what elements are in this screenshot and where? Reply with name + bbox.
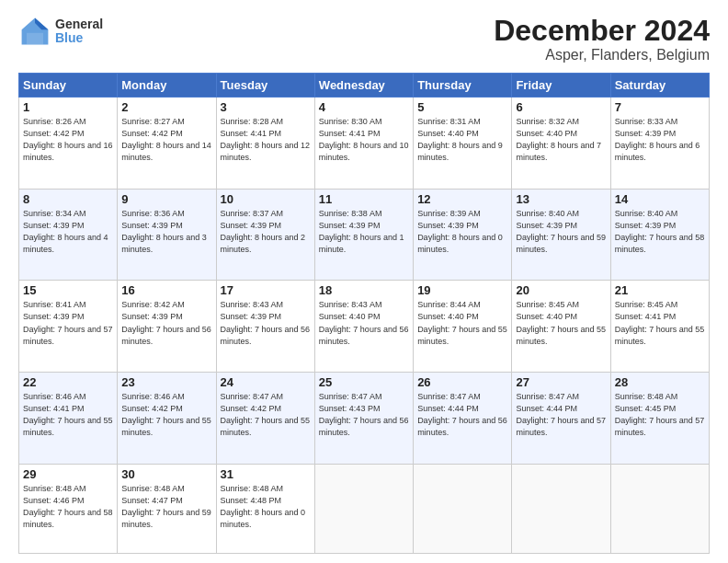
daylight-label: Daylight: 7 hours and 58 minutes. [23, 508, 113, 529]
table-row: 28 Sunrise: 8:48 AM Sunset: 4:45 PM Dayl… [610, 373, 709, 465]
day-info: Sunrise: 8:32 AM Sunset: 4:40 PM Dayligh… [516, 116, 606, 164]
sunrise-label: Sunrise: 8:33 AM [615, 117, 678, 126]
svg-rect-2 [27, 33, 43, 45]
day-info: Sunrise: 8:45 AM Sunset: 4:41 PM Dayligh… [615, 299, 705, 347]
sunset-label: Sunset: 4:39 PM [23, 312, 85, 321]
day-number: 22 [23, 375, 113, 389]
sunset-label: Sunset: 4:39 PM [121, 221, 183, 230]
table-row: 18 Sunrise: 8:43 AM Sunset: 4:40 PM Dayl… [314, 281, 413, 373]
sunrise-label: Sunrise: 8:45 AM [516, 300, 579, 309]
table-row: 13 Sunrise: 8:40 AM Sunset: 4:39 PM Dayl… [512, 189, 610, 281]
title-block: December 2024 Asper, Flanders, Belgium [494, 15, 710, 63]
day-info: Sunrise: 8:36 AM Sunset: 4:39 PM Dayligh… [121, 208, 211, 256]
daylight-label: Daylight: 7 hours and 56 minutes. [417, 416, 507, 437]
sunset-label: Sunset: 4:39 PM [23, 221, 85, 230]
daylight-label: Daylight: 8 hours and 0 minutes. [417, 233, 503, 254]
table-row: 20 Sunrise: 8:45 AM Sunset: 4:40 PM Dayl… [512, 281, 610, 373]
table-row [610, 464, 709, 553]
daylight-label: Daylight: 7 hours and 59 minutes. [516, 233, 606, 254]
day-info: Sunrise: 8:31 AM Sunset: 4:40 PM Dayligh… [417, 116, 507, 164]
day-number: 6 [516, 100, 606, 114]
day-info: Sunrise: 8:41 AM Sunset: 4:39 PM Dayligh… [23, 299, 113, 347]
day-number: 15 [23, 283, 113, 297]
day-number: 13 [516, 192, 606, 206]
day-number: 10 [221, 192, 311, 206]
daylight-label: Daylight: 7 hours and 57 minutes. [23, 325, 113, 346]
logo-line2: Blue [55, 31, 103, 45]
day-number: 9 [121, 192, 211, 206]
day-number: 29 [23, 467, 113, 481]
table-row: 25 Sunrise: 8:47 AM Sunset: 4:43 PM Dayl… [314, 373, 413, 465]
table-row: 9 Sunrise: 8:36 AM Sunset: 4:39 PM Dayli… [118, 189, 216, 281]
sunrise-label: Sunrise: 8:48 AM [615, 392, 678, 401]
day-info: Sunrise: 8:34 AM Sunset: 4:39 PM Dayligh… [23, 208, 113, 256]
table-row: 21 Sunrise: 8:45 AM Sunset: 4:41 PM Dayl… [610, 281, 709, 373]
sunset-label: Sunset: 4:39 PM [516, 221, 577, 230]
table-row: 23 Sunrise: 8:46 AM Sunset: 4:42 PM Dayl… [118, 373, 216, 465]
daylight-label: Daylight: 8 hours and 1 minute. [319, 233, 404, 254]
day-info: Sunrise: 8:47 AM Sunset: 4:44 PM Dayligh… [417, 391, 507, 439]
day-info: Sunrise: 8:42 AM Sunset: 4:39 PM Dayligh… [121, 299, 211, 347]
sunrise-label: Sunrise: 8:47 AM [516, 392, 579, 401]
sunset-label: Sunset: 4:41 PM [615, 312, 677, 321]
col-saturday: Saturday [610, 74, 709, 98]
day-info: Sunrise: 8:46 AM Sunset: 4:41 PM Dayligh… [23, 391, 113, 439]
day-number: 30 [121, 467, 211, 481]
sunrise-label: Sunrise: 8:37 AM [221, 209, 284, 218]
sunrise-label: Sunrise: 8:48 AM [221, 484, 284, 493]
col-tuesday: Tuesday [216, 74, 314, 98]
day-info: Sunrise: 8:47 AM Sunset: 4:43 PM Dayligh… [319, 391, 409, 439]
day-number: 26 [417, 375, 507, 389]
table-row: 8 Sunrise: 8:34 AM Sunset: 4:39 PM Dayli… [19, 189, 118, 281]
calendar-row: 1 Sunrise: 8:26 AM Sunset: 4:42 PM Dayli… [19, 98, 710, 190]
daylight-label: Daylight: 7 hours and 56 minutes. [221, 325, 311, 346]
sunrise-label: Sunrise: 8:28 AM [221, 117, 284, 126]
day-info: Sunrise: 8:33 AM Sunset: 4:39 PM Dayligh… [615, 116, 705, 164]
table-row: 17 Sunrise: 8:43 AM Sunset: 4:39 PM Dayl… [216, 281, 314, 373]
day-number: 4 [319, 100, 409, 114]
table-row: 6 Sunrise: 8:32 AM Sunset: 4:40 PM Dayli… [512, 98, 610, 190]
table-row: 19 Sunrise: 8:44 AM Sunset: 4:40 PM Dayl… [414, 281, 512, 373]
daylight-label: Daylight: 8 hours and 6 minutes. [615, 141, 700, 162]
day-number: 3 [221, 100, 311, 114]
sunrise-label: Sunrise: 8:47 AM [417, 392, 481, 401]
day-number: 14 [615, 192, 705, 206]
table-row: 26 Sunrise: 8:47 AM Sunset: 4:44 PM Dayl… [414, 373, 512, 465]
daylight-label: Daylight: 8 hours and 10 minutes. [319, 141, 409, 162]
daylight-label: Daylight: 7 hours and 55 minutes. [221, 416, 311, 437]
day-number: 25 [319, 375, 409, 389]
daylight-label: Daylight: 7 hours and 55 minutes. [417, 325, 507, 346]
day-info: Sunrise: 8:37 AM Sunset: 4:39 PM Dayligh… [221, 208, 311, 256]
sunset-label: Sunset: 4:40 PM [417, 312, 479, 321]
daylight-label: Daylight: 8 hours and 12 minutes. [221, 141, 311, 162]
day-info: Sunrise: 8:48 AM Sunset: 4:46 PM Dayligh… [23, 483, 113, 531]
daylight-label: Daylight: 7 hours and 55 minutes. [121, 416, 211, 437]
sunrise-label: Sunrise: 8:34 AM [23, 209, 86, 218]
daylight-label: Daylight: 7 hours and 57 minutes. [615, 416, 705, 437]
daylight-label: Daylight: 8 hours and 16 minutes. [23, 141, 113, 162]
day-number: 7 [615, 100, 705, 114]
daylight-label: Daylight: 7 hours and 59 minutes. [121, 508, 211, 529]
sunset-label: Sunset: 4:44 PM [516, 404, 577, 413]
daylight-label: Daylight: 8 hours and 4 minutes. [23, 233, 108, 254]
daylight-label: Daylight: 7 hours and 56 minutes. [319, 325, 409, 346]
daylight-label: Daylight: 8 hours and 2 minutes. [221, 233, 306, 254]
col-monday: Monday [118, 74, 216, 98]
day-number: 21 [615, 283, 705, 297]
day-info: Sunrise: 8:40 AM Sunset: 4:39 PM Dayligh… [615, 208, 705, 256]
table-row: 4 Sunrise: 8:30 AM Sunset: 4:41 PM Dayli… [314, 98, 413, 190]
sunset-label: Sunset: 4:46 PM [23, 496, 85, 505]
table-row [414, 464, 512, 553]
calendar-row: 8 Sunrise: 8:34 AM Sunset: 4:39 PM Dayli… [19, 189, 710, 281]
sunset-label: Sunset: 4:42 PM [121, 404, 183, 413]
calendar-title: December 2024 [494, 15, 710, 47]
sunset-label: Sunset: 4:43 PM [319, 404, 381, 413]
col-sunday: Sunday [19, 74, 118, 98]
sunset-label: Sunset: 4:41 PM [319, 129, 381, 138]
daylight-label: Daylight: 7 hours and 56 minutes. [121, 325, 211, 346]
sunset-label: Sunset: 4:40 PM [516, 312, 577, 321]
table-row: 29 Sunrise: 8:48 AM Sunset: 4:46 PM Dayl… [19, 464, 118, 553]
sunrise-label: Sunrise: 8:46 AM [23, 392, 86, 401]
sunrise-label: Sunrise: 8:41 AM [23, 300, 86, 309]
day-info: Sunrise: 8:27 AM Sunset: 4:42 PM Dayligh… [121, 116, 211, 164]
